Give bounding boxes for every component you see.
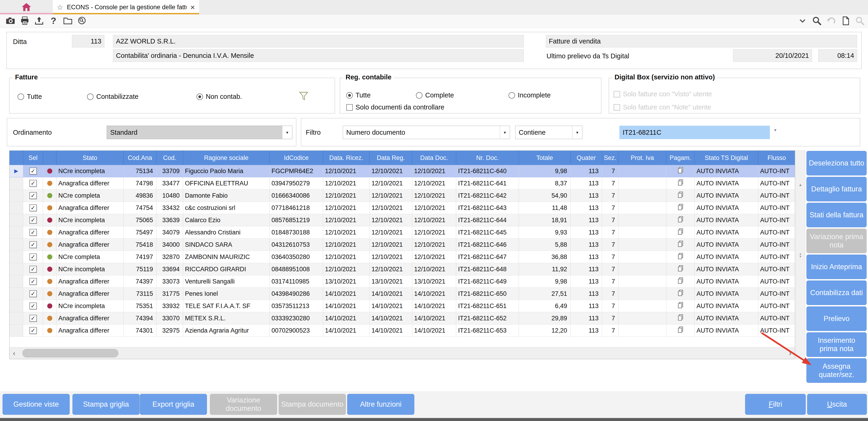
invoice-row-1[interactable]: ▶✓NCre incompleta7513433709Figuccio Paol… — [9, 165, 795, 177]
column-header-data_ricez[interactable]: Data. Ricez. — [323, 151, 370, 165]
column-header-id_codice[interactable]: IdCodice — [270, 151, 323, 165]
action-button-filtri[interactable]: Filtri — [745, 394, 806, 415]
help-icon[interactable]: ? — [48, 15, 59, 26]
column-header-nr_doc[interactable]: Nr. Doc. — [456, 151, 519, 165]
invoice-row-10[interactable]: ✓Anagrafica differer7439733073Venturelli… — [9, 276, 795, 288]
side-button-stati-della-fattura[interactable]: Stati della fattura — [806, 203, 867, 227]
search-icon[interactable] — [811, 15, 822, 26]
row-select-checkbox[interactable]: ✓ — [29, 266, 37, 273]
filter-funnel-icon[interactable] — [298, 91, 309, 102]
column-header-pagam[interactable]: Pagam. — [666, 151, 694, 165]
close-icon[interactable]: × — [190, 3, 195, 11]
fatture-radio-tutte[interactable] — [18, 94, 24, 100]
invoice-row-13[interactable]: ✓Anagrafica differer7439433070METEX S.R.… — [9, 312, 795, 324]
column-header-dot[interactable] — [43, 151, 57, 165]
scroll-left-arrow-icon[interactable]: ‹ — [9, 347, 19, 359]
bottom-button-gestione-viste[interactable]: Gestione viste — [3, 394, 70, 415]
invoice-row-7[interactable]: ✓Anagrafica differer7541834000SINDACO SA… — [9, 238, 795, 251]
column-header-quater[interactable]: Quater — [570, 151, 602, 165]
scroll-right-arrow-icon[interactable]: › — [785, 347, 795, 359]
tab-econs[interactable]: ☆ ECONS - Console per la gestione delle … — [53, 0, 199, 14]
invoice-row-5[interactable]: ✓NCre incompleta7506533639Calarco Ezio08… — [9, 214, 795, 226]
invoice-row-2[interactable]: ✓Anagrafica differer7479833477OFFICINA E… — [9, 177, 795, 190]
chevron-down-icon[interactable] — [797, 15, 808, 26]
reg-contabile-radio-tutte[interactable] — [346, 92, 353, 99]
cell-cod_ana: 75119 — [124, 263, 156, 275]
scroll-up-arrow-icon[interactable]: ▲ — [796, 183, 805, 187]
bottom-button-export-griglia[interactable]: Export griglia — [140, 394, 207, 415]
fatture-radio-non-contab[interactable] — [196, 94, 203, 100]
bottom-button-stampa-griglia[interactable]: Stampa griglia — [72, 394, 140, 415]
column-header-totale[interactable]: Totale — [519, 151, 570, 165]
side-button-inizio-anteprima[interactable]: Inizio Anteprima — [806, 255, 867, 279]
row-select-checkbox[interactable]: ✓ — [29, 290, 37, 297]
row-select-checkbox[interactable]: ✓ — [29, 229, 37, 236]
camera-icon[interactable] — [5, 15, 16, 26]
column-header-stato_ts[interactable]: Stato TS Digital — [694, 151, 758, 165]
scroll-jump-icon[interactable]: ▲▼ — [796, 253, 805, 258]
home-button[interactable] — [0, 0, 53, 14]
column-header-sel[interactable]: Sel — [23, 151, 43, 165]
filtro-value-input[interactable]: IT21-68211C — [619, 126, 770, 139]
chevron-down-icon[interactable]: ▼ — [282, 126, 292, 139]
row-select-checkbox[interactable]: ✓ — [29, 241, 37, 248]
row-select-checkbox[interactable]: ✓ — [29, 253, 37, 260]
invoice-row-14[interactable]: ✓Anagrafica differer7430132975Azienda Ag… — [9, 324, 795, 337]
ordinamento-select[interactable]: Standard ▼ — [107, 126, 292, 139]
invoice-row-6[interactable]: ✓Anagrafica differer7549734079Alessandro… — [9, 226, 795, 238]
reg-contabile-radio-complete[interactable] — [416, 92, 423, 99]
search-secondary-icon[interactable] — [855, 15, 865, 26]
invoice-row-12[interactable]: ✓NCre incompleta7535133932TELE SAT F.I.A… — [9, 300, 795, 312]
row-select-checkbox[interactable]: ✓ — [29, 180, 37, 187]
vertical-scrollbar[interactable]: ▲ ▲▼ — [796, 151, 805, 359]
doc-search-icon[interactable] — [77, 15, 88, 26]
row-select-checkbox[interactable]: ✓ — [29, 204, 37, 211]
row-select-checkbox[interactable]: ✓ — [29, 278, 37, 285]
column-header-ragione_sociale[interactable]: Ragione sociale — [183, 151, 270, 165]
column-header-cod[interactable]: Cod. — [156, 151, 183, 165]
side-button-dettaglio-fattura[interactable]: Dettaglio fattura — [806, 177, 867, 201]
row-select-checkbox[interactable]: ✓ — [29, 217, 37, 224]
side-button-assegna-quater-sez[interactable]: Assegna quater/sez. — [806, 358, 867, 383]
action-button-uscita[interactable]: Uscita — [807, 394, 867, 415]
column-header-cod_ana[interactable]: Cod.Ana — [124, 151, 156, 165]
row-select-checkbox[interactable]: ✓ — [29, 192, 37, 199]
row-select-checkbox[interactable]: ✓ — [29, 302, 37, 310]
chevron-down-icon[interactable]: ▼ — [572, 126, 582, 139]
upload-icon[interactable] — [34, 15, 44, 26]
side-button-prelievo[interactable]: Prelievo — [806, 306, 867, 331]
invoice-row-11[interactable]: ✓Anagrafica differer7311531775Penes Ione… — [9, 288, 795, 300]
column-header-prot_iva[interactable]: Prot. Iva — [618, 151, 666, 165]
side-button-inserimento-prima-nota[interactable]: Inserimento prima nota — [806, 332, 867, 357]
horizontal-scrollbar[interactable]: ‹ › — [9, 347, 795, 359]
row-select-checkbox[interactable]: ✓ — [29, 327, 37, 334]
printer-icon[interactable] — [20, 15, 30, 26]
column-header-data_doc[interactable]: Data Doc. — [412, 151, 456, 165]
reg-contabile-radio-incomplete[interactable] — [508, 92, 515, 99]
invoice-row-8[interactable]: ✓NCre completa7419732870ZAMBONIN MAURIZI… — [9, 251, 795, 263]
bottom-button-altre-funzioni[interactable]: Altre funzioni — [347, 394, 414, 415]
folder-icon[interactable] — [62, 15, 73, 26]
column-header-stato[interactable]: Stato — [57, 151, 124, 165]
column-header-flusso[interactable]: Flusso — [758, 151, 795, 165]
undo-icon[interactable] — [826, 15, 837, 26]
row-select-checkbox[interactable]: ✓ — [29, 168, 37, 174]
chevron-down-icon[interactable]: ▼ — [500, 126, 510, 139]
favorite-star-icon[interactable]: ☆ — [57, 3, 63, 11]
invoice-row-9[interactable]: ✓NCre incompleta7511933694RICCARDO GIRAR… — [9, 263, 795, 276]
side-button-deseleziona-tutto[interactable]: Deseleziona tutto — [806, 151, 867, 175]
fatture-radio-contabilizzate[interactable] — [87, 94, 94, 100]
row-select-checkbox[interactable]: ✓ — [29, 315, 37, 322]
column-header-sez[interactable]: Sez. — [602, 151, 618, 165]
column-header-marker[interactable] — [9, 151, 23, 165]
filtro-operator-select[interactable]: Contiene ▼ — [515, 126, 582, 139]
new-document-icon[interactable] — [840, 15, 851, 26]
invoice-row-3[interactable]: ✓NCre completa4983610480Damonte Fabio016… — [9, 190, 795, 202]
invoice-row-4[interactable]: ✓Anagrafica differer7475433432c&c costru… — [9, 202, 795, 214]
filtro-field-select[interactable]: Numero documento ▼ — [343, 126, 510, 139]
column-header-data_reg[interactable]: Data Reg. — [370, 151, 412, 165]
side-button-contabilizza-dati[interactable]: Contabilizza dati — [806, 281, 867, 305]
chevron-down-icon[interactable]: ▼ — [773, 128, 777, 133]
horizontal-scrollbar-thumb[interactable] — [23, 349, 118, 357]
reg-contabile-checkbox-solo-documenti-da-controllare[interactable] — [346, 104, 353, 110]
